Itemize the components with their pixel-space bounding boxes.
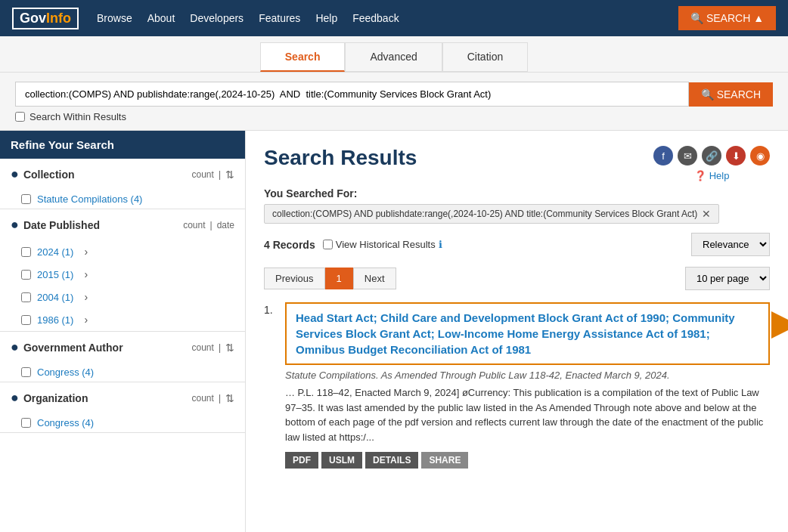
search-within-label[interactable]: Search Within Results [29, 111, 126, 122]
pagination-top: Previous 1 Next 10 per page [264, 267, 770, 290]
tab-citation[interactable]: Citation [442, 42, 528, 72]
section-dot-organization: ● [11, 390, 19, 406]
tab-advanced[interactable]: Advanced [345, 42, 442, 72]
date-item-1986: 1986 (1) › [0, 308, 245, 331]
per-page-select[interactable]: 10 per page [685, 267, 770, 290]
section-date-label: date [217, 220, 234, 230]
section-label-gov-author: Government Author [23, 342, 123, 354]
section-count-label-collection: count [192, 169, 214, 180]
main-nav: Browse About Developers Features Help Fe… [97, 12, 678, 24]
org-label-congress[interactable]: Congress (4) [37, 417, 94, 428]
date-checkbox-1986[interactable] [21, 315, 31, 325]
collection-label-statute[interactable]: Statute Compilations (4) [37, 193, 142, 205]
header-search-button[interactable]: 🔍 SEARCH ▲ [678, 6, 776, 30]
expand-2004[interactable]: › [79, 289, 92, 305]
result-item-1: 1. Head Start Act; Child Care and Develo… [264, 302, 770, 469]
search-bar-container: 🔍 SEARCH Search Within Results [0, 73, 788, 131]
svg-marker-0 [771, 311, 788, 339]
date-label-1986[interactable]: 1986 (1) [37, 314, 73, 326]
sort-icon-collection[interactable]: ⇅ [225, 169, 234, 181]
nav-developers[interactable]: Developers [190, 12, 244, 24]
sidebar-section-collection: ● Collection count | ⇅ Statute Compilati… [0, 159, 245, 209]
view-historical-label: View Historical Results [336, 239, 436, 250]
section-pipe-organization: | [219, 393, 221, 404]
nav-help[interactable]: Help [315, 12, 337, 24]
prev-page-button[interactable]: Previous [264, 268, 325, 289]
date-item-2004: 2004 (1) › [0, 286, 245, 308]
result-number-1: 1. [264, 302, 278, 469]
search-input[interactable] [15, 82, 689, 107]
sidebar-section-date: ● Date Published count | date 2024 (1) ›… [0, 209, 245, 332]
site-header: GovInfo Browse About Developers Features… [0, 0, 788, 36]
sort-icon-gov-author[interactable]: ⇅ [225, 342, 234, 354]
date-item-2015: 2015 (1) › [0, 263, 245, 286]
expand-2024[interactable]: › [79, 244, 92, 259]
nav-browse[interactable]: Browse [97, 12, 132, 24]
date-item-2024: 2024 (1) › [0, 240, 245, 263]
gov-author-item-congress: Congress (4) [0, 363, 245, 382]
search-tag: collection:(COMPS) AND publishdate:range… [264, 204, 719, 224]
section-pipe-date: | [210, 220, 213, 230]
date-checkbox-2015[interactable] [21, 270, 31, 280]
nav-feedback[interactable]: Feedback [352, 12, 399, 24]
help-link[interactable]: ❓ Help [694, 170, 730, 181]
you-searched-section: You Searched For: collection:(COMPS) AND… [264, 187, 770, 224]
search-tag-close[interactable]: ✕ [702, 208, 711, 220]
nav-about[interactable]: About [147, 12, 175, 24]
section-label-organization: Organization [23, 392, 88, 404]
org-item-congress: Congress (4) [0, 413, 245, 432]
gov-author-checkbox-congress[interactable] [21, 367, 31, 377]
nav-features[interactable]: Features [259, 12, 300, 24]
section-pipe-gov-author: | [219, 342, 221, 353]
social-share-area: f ✉ 🔗 ⬇ ◉ ❓ Help [653, 146, 770, 181]
uslm-button-1[interactable]: USLM [321, 452, 362, 469]
gov-author-label-congress[interactable]: Congress (4) [37, 367, 94, 378]
logo-info: Info [46, 11, 71, 26]
records-count: 4 Records [264, 239, 315, 251]
share-button-1[interactable]: SHARE [421, 452, 468, 469]
you-searched-label: You Searched For: [264, 187, 770, 200]
section-label-collection: Collection [23, 169, 75, 181]
page-title: Search Results [264, 146, 417, 170]
sidebar: Refine Your Search ● Collection count | … [0, 131, 246, 532]
section-count-label-organization: count [192, 393, 214, 404]
collection-checkbox-statute[interactable] [21, 194, 31, 204]
help-label: Help [709, 170, 730, 181]
search-button[interactable]: 🔍 SEARCH [689, 82, 773, 107]
logo-gov: Gov [20, 11, 46, 26]
result-title-box-1: Head Start Act; Child Care and Developme… [285, 302, 770, 365]
date-checkbox-2024[interactable] [21, 247, 31, 257]
result-actions-1: PDF USLM DETAILS SHARE [285, 452, 770, 469]
section-dot-gov-author: ● [11, 339, 19, 355]
tab-search[interactable]: Search [260, 42, 346, 72]
sidebar-title: Refine Your Search [0, 131, 245, 159]
sort-icon-organization[interactable]: ⇅ [225, 392, 234, 404]
next-page-button[interactable]: Next [353, 268, 396, 289]
result-subtitle-1: Statute Compilations. As Amended Through… [285, 370, 770, 381]
records-bar: 4 Records View Historical Results ℹ Rele… [264, 233, 770, 256]
sort-select[interactable]: Relevance [691, 233, 770, 256]
expand-2015[interactable]: › [79, 267, 92, 282]
info-icon[interactable]: ℹ [439, 239, 442, 250]
expand-1986[interactable]: › [79, 312, 92, 327]
pdf-button-1[interactable]: PDF [285, 452, 318, 469]
date-checkbox-2004[interactable] [21, 292, 31, 302]
link-icon[interactable]: 🔗 [702, 146, 721, 165]
page-1-button[interactable]: 1 [325, 268, 353, 289]
details-button-1[interactable]: DETAILS [365, 452, 418, 469]
site-logo[interactable]: GovInfo [12, 8, 79, 29]
date-label-2024[interactable]: 2024 (1) [37, 246, 73, 258]
rss-icon[interactable]: ◉ [750, 146, 770, 165]
view-historical-checkbox[interactable] [323, 240, 333, 249]
facebook-icon[interactable]: f [653, 146, 673, 165]
date-label-2015[interactable]: 2015 (1) [37, 269, 73, 280]
org-checkbox-congress[interactable] [21, 418, 31, 428]
section-count-label-gov-author: count [192, 342, 214, 353]
download-icon[interactable]: ⬇ [726, 146, 746, 165]
section-label-date: Date Published [23, 219, 100, 231]
email-icon[interactable]: ✉ [678, 146, 697, 165]
tab-bar: Search Advanced Citation [0, 36, 788, 73]
search-within-checkbox[interactable] [15, 112, 25, 122]
date-label-2004[interactable]: 2004 (1) [37, 292, 73, 303]
result-title-link-1[interactable]: Head Start Act; Child Care and Developme… [296, 311, 735, 356]
